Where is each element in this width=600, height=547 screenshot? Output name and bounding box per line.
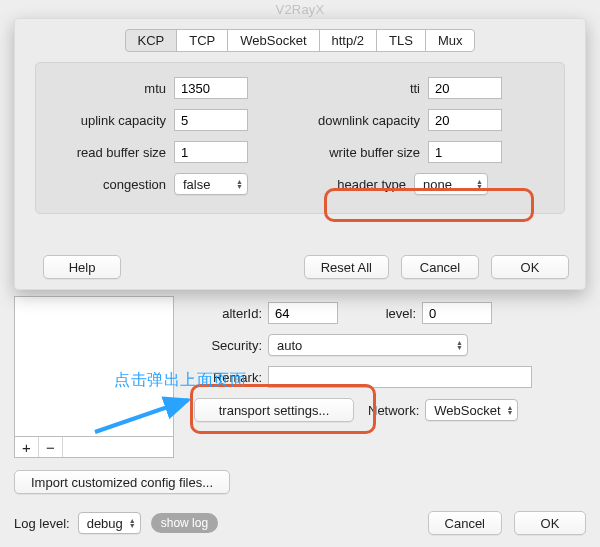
alterid-label: alterId:: [194, 306, 262, 321]
annotation-text: 点击弹出上面页面: [114, 370, 246, 391]
read-buffer-input[interactable]: [174, 141, 248, 163]
tti-input[interactable]: [428, 77, 502, 99]
transport-settings-modal: KCP TCP WebSocket http/2 TLS Mux mtu tti…: [14, 18, 586, 290]
log-level-value: debug: [87, 516, 123, 531]
chevron-updown-icon: [476, 179, 483, 189]
congestion-select[interactable]: false: [174, 173, 248, 195]
remove-server-button[interactable]: −: [39, 437, 63, 457]
tab-http2[interactable]: http/2: [319, 29, 378, 52]
security-select[interactable]: auto: [268, 334, 468, 356]
congestion-label: congestion: [46, 177, 166, 192]
chevron-updown-icon: [507, 405, 514, 415]
network-value: WebSocket: [434, 403, 500, 418]
alterid-input[interactable]: [268, 302, 338, 324]
congestion-value: false: [183, 177, 210, 192]
tti-label: tti: [300, 81, 420, 96]
uplink-label: uplink capacity: [46, 113, 166, 128]
svg-line-0: [95, 400, 188, 432]
transport-tabs: KCP TCP WebSocket http/2 TLS Mux: [25, 29, 575, 52]
modal-cancel-button[interactable]: Cancel: [401, 255, 479, 279]
network-label: Network:: [368, 403, 419, 418]
window-title: V2RayX: [0, 0, 600, 18]
annotation-arrow-icon: [90, 390, 200, 440]
chevron-updown-icon: [456, 340, 463, 350]
downlink-label: downlink capacity: [300, 113, 420, 128]
write-buffer-label: write buffer size: [300, 145, 420, 160]
chevron-updown-icon: [129, 518, 136, 528]
main-cancel-button[interactable]: Cancel: [428, 511, 502, 535]
uplink-input[interactable]: [174, 109, 248, 131]
header-type-select[interactable]: none: [414, 173, 488, 195]
modal-ok-button[interactable]: OK: [491, 255, 569, 279]
chevron-updown-icon: [236, 179, 243, 189]
mtu-label: mtu: [46, 81, 166, 96]
header-type-value: none: [423, 177, 452, 192]
log-level-label: Log level:: [14, 516, 70, 531]
remark-input[interactable]: [268, 366, 532, 388]
tab-mux[interactable]: Mux: [425, 29, 476, 52]
network-select[interactable]: WebSocket: [425, 399, 518, 421]
security-value: auto: [277, 338, 302, 353]
tab-tls[interactable]: TLS: [376, 29, 426, 52]
tab-websocket[interactable]: WebSocket: [227, 29, 319, 52]
mtu-input[interactable]: [174, 77, 248, 99]
log-level-select[interactable]: debug: [78, 512, 141, 534]
downlink-input[interactable]: [428, 109, 502, 131]
main-ok-button[interactable]: OK: [514, 511, 586, 535]
import-config-button[interactable]: Import customized config files...: [14, 470, 230, 494]
read-buffer-label: read buffer size: [46, 145, 166, 160]
transport-settings-button[interactable]: transport settings...: [194, 398, 354, 422]
security-label: Security:: [194, 338, 262, 353]
tab-tcp[interactable]: TCP: [176, 29, 228, 52]
show-log-button[interactable]: show log: [151, 513, 218, 533]
kcp-form: mtu tti uplink capacity downlink capacit…: [35, 62, 565, 214]
modal-reset-all-button[interactable]: Reset All: [304, 255, 389, 279]
header-type-label: header type: [300, 177, 406, 192]
modal-help-button[interactable]: Help: [43, 255, 121, 279]
level-label: level:: [348, 306, 416, 321]
add-server-button[interactable]: +: [15, 437, 39, 457]
write-buffer-input[interactable]: [428, 141, 502, 163]
level-input[interactable]: [422, 302, 492, 324]
tab-kcp[interactable]: KCP: [125, 29, 178, 52]
